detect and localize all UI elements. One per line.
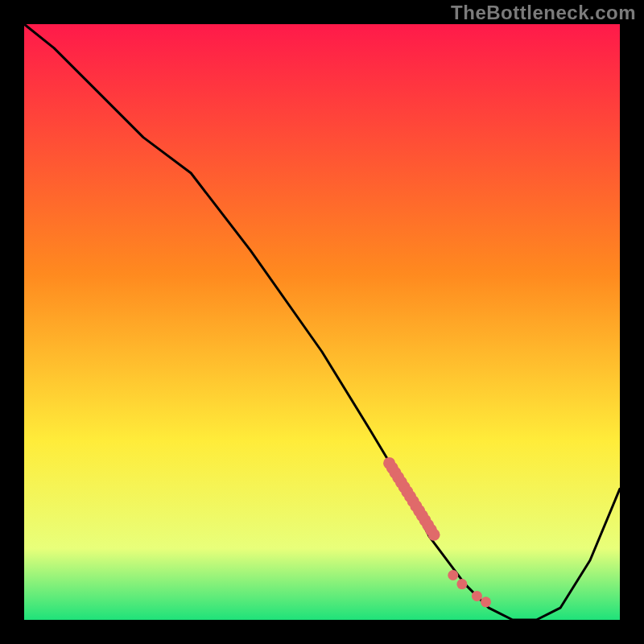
highlight-dot [472,591,482,601]
chart-svg [0,0,644,644]
highlight-dot [481,597,491,607]
plot-area [24,24,620,620]
watermark-text: TheBottleneck.com [451,2,636,24]
highlight-dot [456,579,467,589]
chart-frame: { "watermark": "TheBottleneck.com", "col… [0,0,644,644]
highlight-dot [448,570,458,580]
highlight-dot [428,529,440,541]
